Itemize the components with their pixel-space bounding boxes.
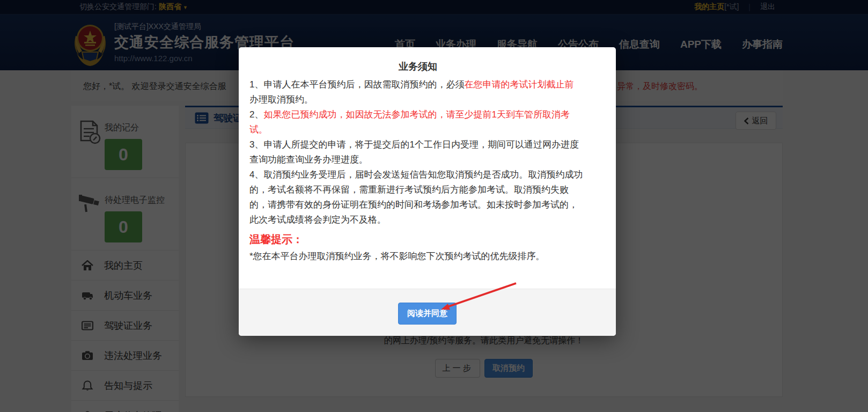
modal-footer: 阅读并同意 (239, 289, 616, 336)
notice-item-3: 3、申请人所提交的申请，将于提交后的1个工作日内受理，期间可以通过网办进度查询功… (249, 137, 586, 167)
business-notice-modal: 业务须知 1、申请人在本平台预约后，因故需取消预约的，必须在您申请的考试计划截止… (239, 47, 616, 336)
notice-item-4: 4、取消预约业务受理后，届时会发送短信告知您取消预约是否成功。取消预约成功的，考… (249, 167, 586, 227)
agree-button[interactable]: 阅读并同意 (398, 303, 457, 325)
modal-title: 业务须知 (249, 60, 586, 73)
notice-item-2: 2、如果您已预约成功，如因故无法参加考试的，请至少提前1天到车管所取消考试。 (249, 107, 586, 137)
warm-tip-heading: 温馨提示： (249, 231, 586, 247)
page: 切换公安交通管理部门:陕西省▼ 我的主页 [*试] | 退出 (0, 0, 868, 412)
warm-tip-note: *您在本平台办理取消预约业务，将不影响您下次预约考试的优先级排序。 (249, 249, 586, 264)
notice-item-1: 1、申请人在本平台预约后，因故需取消预约的，必须在您申请的考试计划截止前办理取消… (249, 77, 586, 107)
